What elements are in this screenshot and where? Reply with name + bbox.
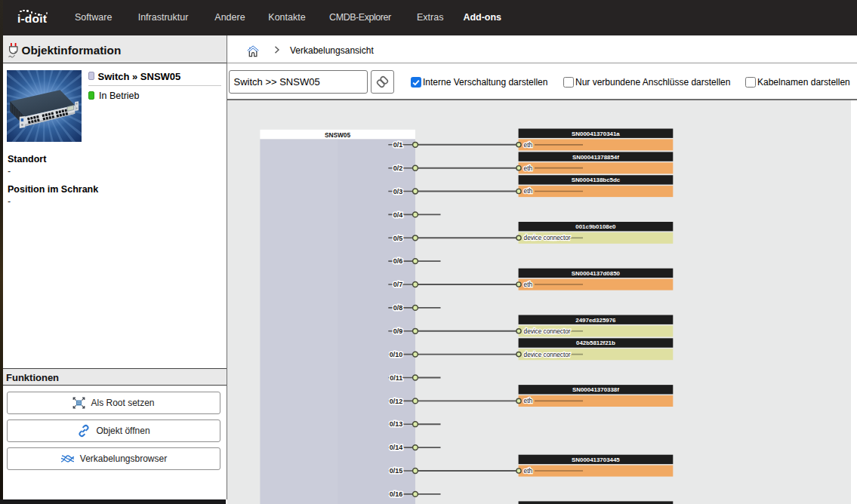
svg-text:0/8: 0/8: [393, 304, 403, 312]
svg-text:001c9b0108e0: 001c9b0108e0: [575, 223, 616, 230]
svg-text:eth: eth: [524, 187, 533, 195]
svg-text:0/11: 0/11: [390, 374, 402, 382]
svg-text:0/13: 0/13: [390, 420, 403, 428]
svg-text:0/10: 0/10: [390, 351, 403, 358]
svg-text:device connector: device connector: [524, 352, 571, 358]
svg-text:0/3: 0/3: [393, 188, 403, 195]
svg-text:2497ed325976: 2497ed325976: [575, 317, 616, 324]
svg-text:eth: eth: [524, 467, 533, 475]
svg-text:0/4: 0/4: [393, 211, 403, 219]
svg-text:SNSW05: SNSW05: [325, 131, 351, 139]
svg-text:0/14: 0/14: [390, 444, 403, 451]
svg-text:SN0004137d0850: SN0004137d0850: [572, 270, 621, 277]
svg-text:SN00041370338f: SN00041370338f: [572, 386, 619, 393]
svg-text:0/16: 0/16: [390, 490, 403, 498]
svg-text:0/12: 0/12: [390, 398, 403, 405]
svg-text:SN00041370341a: SN00041370341a: [572, 131, 620, 137]
svg-text:0/15: 0/15: [390, 467, 403, 475]
svg-text:eth: eth: [524, 397, 533, 404]
svg-text:SN0004138bc5dc: SN0004138bc5dc: [572, 177, 621, 183]
svg-text:device connector: device connector: [524, 328, 571, 335]
svg-text:0/5: 0/5: [393, 235, 403, 242]
svg-text:eth: eth: [524, 281, 533, 288]
svg-text:0/9: 0/9: [393, 327, 403, 335]
svg-text:0/7: 0/7: [393, 281, 403, 288]
svg-text:0/2: 0/2: [393, 164, 403, 172]
svg-text:0/1: 0/1: [393, 141, 403, 149]
svg-text:eth: eth: [524, 141, 533, 149]
svg-text:SN00041378854f: SN00041378854f: [572, 154, 619, 161]
svg-text:device connector: device connector: [524, 235, 571, 241]
svg-text:eth: eth: [524, 164, 533, 172]
svg-text:042b5812f21b: 042b5812f21b: [576, 340, 615, 346]
svg-text:SN000413703445: SN000413703445: [572, 456, 620, 463]
svg-text:0/6: 0/6: [393, 257, 403, 265]
